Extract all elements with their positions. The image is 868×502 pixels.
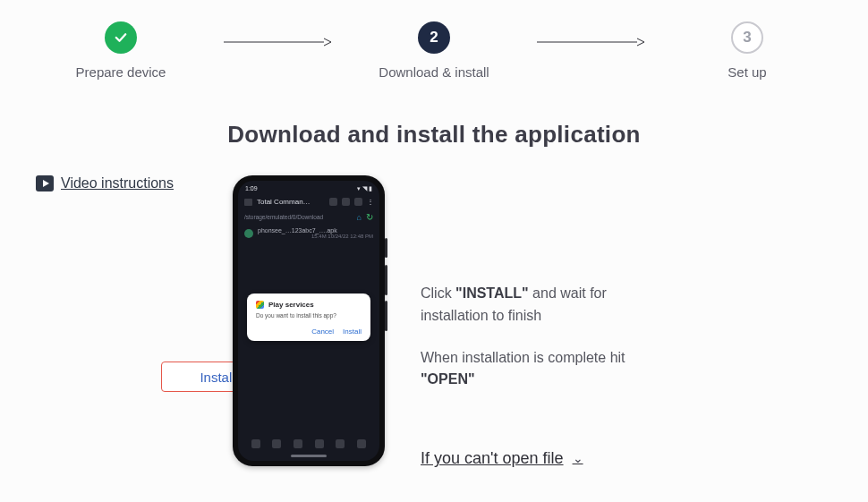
dialog-cancel-button: Cancel <box>311 328 334 336</box>
install-dialog-title: Play services <box>268 301 314 309</box>
toolbar-icon <box>342 198 350 206</box>
video-instructions-label: Video instructions <box>61 175 174 191</box>
install-callout-label: Install <box>200 370 234 385</box>
instruction-text: When installation is complete hit <box>421 350 625 365</box>
cant-open-file-label: If you can't open file <box>421 447 564 472</box>
phone-side-button <box>385 301 387 331</box>
phone-app-toolbar: Total Comman… ⋮ <box>238 194 379 209</box>
home-icon: ⌂ <box>357 213 362 222</box>
phone-illustration: Install 1:09 ▾ ◥ ▮ Total Comman… ⋮ <box>233 175 385 466</box>
toolbar-icon <box>294 439 302 448</box>
toolbar-icon <box>329 198 337 206</box>
page-title: Download and install the application <box>0 121 868 149</box>
instruction-text: Click <box>421 285 455 301</box>
install-dialog: Play services Do you want to install thi… <box>247 294 370 341</box>
phone-status-bar: 1:09 ▾ ◥ ▮ <box>238 181 379 194</box>
phone-side-button <box>385 265 387 295</box>
phone-path-row: /storage/emulated/0/Download ⌂ ↻ <box>238 209 379 225</box>
step-label: Download & install <box>379 64 489 80</box>
step-set-up: 3 Set up <box>680 21 814 80</box>
instruction-line-2: When installation is complete hit "OPEN" <box>421 347 653 392</box>
play-services-icon <box>256 301 264 309</box>
instructions-column: Click "INSTALL" and wait for installatio… <box>421 283 653 472</box>
phone-app-title: Total Comman… <box>257 198 311 206</box>
home-pill-icon <box>291 455 327 457</box>
phone-frame: 1:09 ▾ ◥ ▮ Total Comman… ⋮ /storage/emul… <box>233 175 385 466</box>
toolbar-icon <box>251 439 260 448</box>
stepper: Prepare device 2 Download & install 3 Se… <box>0 0 868 89</box>
toolbar-icon <box>336 439 345 448</box>
play-icon <box>36 175 54 191</box>
phone-side-button <box>385 238 387 258</box>
stepper-arrow-icon <box>537 34 644 50</box>
folder-icon <box>244 199 252 206</box>
step-number-2: 2 <box>418 21 450 54</box>
phone-path: /storage/emulated/0/Download <box>244 214 353 220</box>
step-check-icon <box>105 21 137 54</box>
phone-file-row: phonsee_…123abc7_….apk 15.4M 10/24/22 12… <box>238 225 379 242</box>
instruction-bold: "INSTALL" <box>455 285 529 301</box>
phone-file-name: phonsee_…123abc7_….apk <box>258 227 373 234</box>
step-download-install: 2 Download & install <box>367 21 501 80</box>
instruction-bold: "OPEN" <box>421 371 475 387</box>
phone-screen: 1:09 ▾ ◥ ▮ Total Comman… ⋮ /storage/emul… <box>238 181 379 461</box>
toolbar-icon <box>272 439 281 448</box>
step-label: Prepare device <box>76 64 166 80</box>
step-label: Set up <box>728 64 766 80</box>
chevron-down-icon: ⌄ <box>573 449 583 469</box>
phone-time: 1:09 <box>245 185 258 192</box>
phone-file-meta: 15.4M 10/24/22 12:48 PM <box>258 234 373 239</box>
instruction-line-1: Click "INSTALL" and wait for installatio… <box>421 283 653 328</box>
refresh-icon: ↻ <box>366 212 373 222</box>
apk-icon <box>244 229 253 238</box>
toolbar-icon <box>315 439 324 448</box>
step-number-3: 3 <box>731 21 763 54</box>
phone-status-icons: ▾ ◥ ▮ <box>357 185 372 192</box>
dialog-install-button: Install <box>343 328 362 336</box>
stepper-arrow-icon <box>224 34 331 50</box>
search-icon <box>354 198 362 206</box>
phone-bottom-toolbar <box>238 439 379 448</box>
toolbar-icon <box>357 439 366 448</box>
install-dialog-subtitle: Do you want to install this app? <box>256 312 362 319</box>
cant-open-file-toggle[interactable]: If you can't open file ⌄ <box>421 447 653 472</box>
step-prepare-device: Prepare device <box>54 21 188 80</box>
menu-dots-icon: ⋮ <box>367 198 373 206</box>
